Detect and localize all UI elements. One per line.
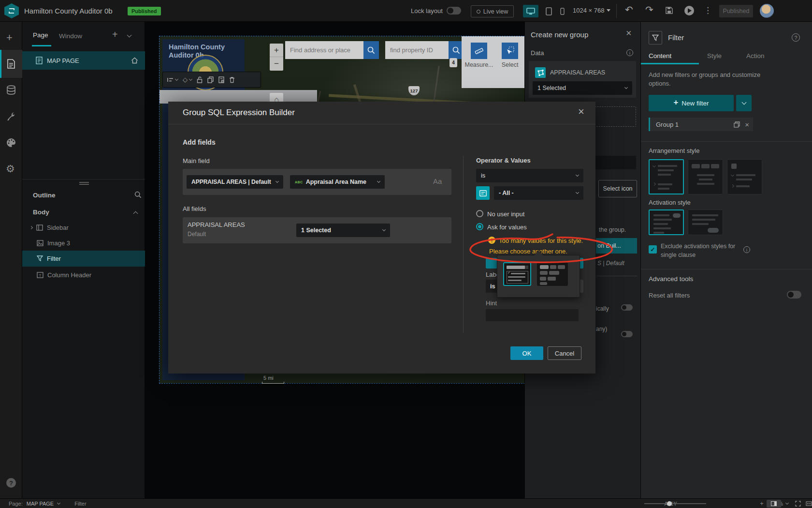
theme-panel-button[interactable] bbox=[6, 138, 16, 148]
mock-pill bbox=[540, 271, 548, 275]
value-source-button[interactable] bbox=[476, 186, 490, 200]
device-desktop-button[interactable] bbox=[523, 5, 538, 17]
reset-filters-toggle[interactable] bbox=[787, 291, 801, 299]
fit-width-icon[interactable] bbox=[806, 501, 812, 507]
tab-action[interactable]: Action bbox=[746, 51, 765, 60]
fields-selected-dropdown[interactable]: 1 Selected bbox=[296, 224, 390, 237]
splitter-handle[interactable] bbox=[79, 182, 89, 183]
remove-group-icon[interactable]: × bbox=[745, 121, 749, 128]
arrangement-option-horizontal[interactable] bbox=[688, 159, 723, 194]
live-view-button[interactable]: Live view bbox=[471, 5, 514, 17]
activation-option-toggle[interactable] bbox=[649, 209, 684, 235]
toggle-row2[interactable] bbox=[621, 331, 633, 337]
bottom-page-caret-icon[interactable] bbox=[57, 501, 60, 505]
undo-button[interactable]: ↶ bbox=[625, 4, 633, 15]
device-tablet-button[interactable] bbox=[542, 5, 555, 17]
preview-button[interactable] bbox=[684, 6, 694, 15]
user-avatar[interactable] bbox=[760, 4, 774, 18]
select-icon-button[interactable]: Select icon bbox=[598, 180, 637, 197]
fit-to-window-icon[interactable] bbox=[795, 501, 801, 507]
radio-no-user-input[interactable] bbox=[476, 210, 483, 217]
sidebar-expander-icon[interactable] bbox=[29, 225, 33, 229]
live-view-label: Live view bbox=[483, 8, 508, 15]
publish-button[interactable]: Published bbox=[719, 5, 753, 17]
bottom-selected-widget[interactable]: Filter bbox=[74, 501, 86, 507]
page-list-caret-icon[interactable] bbox=[127, 33, 132, 38]
help-button[interactable]: ? bbox=[6, 478, 16, 488]
dataset-selected-dropdown[interactable]: 1 Selected bbox=[533, 81, 632, 95]
zoom-slider-knob[interactable] bbox=[667, 501, 672, 506]
group1-row[interactable]: Group 1 × bbox=[649, 118, 753, 131]
duplicate-group-icon[interactable] bbox=[734, 121, 740, 128]
values-dropdown[interactable]: - All - bbox=[494, 186, 583, 200]
tree-node-filter[interactable]: Filter bbox=[22, 251, 145, 267]
tree-node-column-header[interactable]: T Column Header bbox=[22, 268, 145, 282]
data-info-icon[interactable]: i bbox=[626, 49, 633, 56]
app-logo-icon[interactable] bbox=[4, 3, 19, 18]
tab-window[interactable]: Window bbox=[59, 31, 82, 40]
field-dropdown[interactable]: ABC Appraisal Area Name bbox=[290, 175, 385, 189]
panel-splitter[interactable] bbox=[22, 179, 145, 179]
unlock-icon[interactable] bbox=[197, 76, 203, 83]
data-panel-button[interactable] bbox=[6, 85, 16, 95]
save-template-icon[interactable] bbox=[218, 76, 224, 83]
exclude-checkbox[interactable]: ✓ bbox=[649, 245, 657, 254]
search-property-input[interactable] bbox=[385, 41, 449, 59]
zoom-in-button[interactable]: + bbox=[270, 44, 283, 57]
tools-panel-button[interactable] bbox=[6, 112, 16, 121]
zoom-out-button[interactable]: − bbox=[270, 57, 283, 70]
arrangement-option-panel[interactable] bbox=[649, 159, 684, 194]
delete-icon[interactable] bbox=[229, 76, 235, 83]
filter-help-icon[interactable]: ? bbox=[792, 33, 800, 42]
operator-dropdown[interactable]: is bbox=[476, 169, 583, 182]
new-filter-menu-button[interactable] bbox=[736, 95, 752, 111]
duplicate-icon[interactable] bbox=[207, 76, 214, 83]
sql-builder-button[interactable]: on Buil... bbox=[596, 238, 637, 254]
modal-close-icon[interactable]: × bbox=[578, 105, 584, 118]
source-dropdown[interactable]: APPRAISAL AREAS | Default bbox=[187, 175, 283, 189]
tab-content[interactable]: Content bbox=[649, 51, 671, 60]
page-panel-button[interactable] bbox=[7, 59, 15, 69]
zoom-in-button[interactable]: + bbox=[760, 500, 764, 507]
toggle-row1[interactable] bbox=[621, 304, 633, 311]
device-phone-button[interactable] bbox=[557, 5, 567, 17]
value-style-option-tags[interactable] bbox=[537, 262, 568, 286]
search-place-input[interactable] bbox=[285, 41, 363, 59]
case-sensitive-toggle[interactable]: Aa bbox=[433, 177, 442, 185]
more-menu-button[interactable]: ⋮ bbox=[704, 5, 712, 15]
value-style-option-dropdown[interactable]: ✓ bbox=[503, 262, 531, 286]
search-place-button[interactable] bbox=[363, 41, 379, 59]
hint-input[interactable] bbox=[486, 309, 579, 321]
tab-style[interactable]: Style bbox=[707, 51, 722, 60]
cancel-button[interactable]: Cancel bbox=[548, 346, 581, 360]
body-collapse-icon[interactable] bbox=[133, 211, 138, 216]
settings-panel-button[interactable]: ⚙ bbox=[6, 163, 15, 175]
zoom-slider-track[interactable] bbox=[644, 503, 706, 504]
page-item-map-page[interactable]: MAP PAGE bbox=[22, 51, 145, 70]
tree-node-sidebar[interactable]: Sidebar bbox=[22, 220, 145, 235]
outline-search-icon[interactable] bbox=[134, 191, 142, 198]
tab-page[interactable]: Page bbox=[33, 31, 48, 39]
layers-tool-button[interactable]: ◇ bbox=[183, 76, 192, 83]
measure-button[interactable] bbox=[471, 43, 487, 59]
arrangement-option-popper[interactable] bbox=[727, 159, 762, 194]
bottom-page-value[interactable]: MAP PAGE bbox=[27, 501, 54, 507]
add-page-button[interactable]: + bbox=[112, 29, 118, 40]
tree-node-body[interactable]: Body bbox=[22, 205, 145, 219]
save-button[interactable] bbox=[665, 6, 673, 15]
activation-option-button[interactable] bbox=[688, 209, 723, 235]
new-filter-button[interactable]: + New filter bbox=[649, 95, 734, 111]
select-button[interactable] bbox=[502, 43, 518, 59]
ok-button[interactable]: OK bbox=[510, 346, 543, 360]
tree-node-image3[interactable]: Image 3 bbox=[22, 236, 145, 250]
insert-widget-button[interactable]: + bbox=[6, 31, 13, 44]
toggle-right-panel-button[interactable] bbox=[767, 500, 781, 508]
redo-button[interactable]: ↷ bbox=[645, 4, 653, 15]
radio-ask-for-values[interactable] bbox=[476, 223, 483, 230]
align-tool-button[interactable] bbox=[167, 77, 178, 83]
create-group-close-icon[interactable]: × bbox=[626, 28, 632, 39]
lock-layout-toggle[interactable] bbox=[447, 7, 461, 15]
exclude-info-icon[interactable]: i bbox=[743, 246, 750, 253]
zoom-caret-icon[interactable] bbox=[785, 501, 789, 505]
resolution-dropdown[interactable]: 1024 × 768 bbox=[573, 7, 610, 14]
